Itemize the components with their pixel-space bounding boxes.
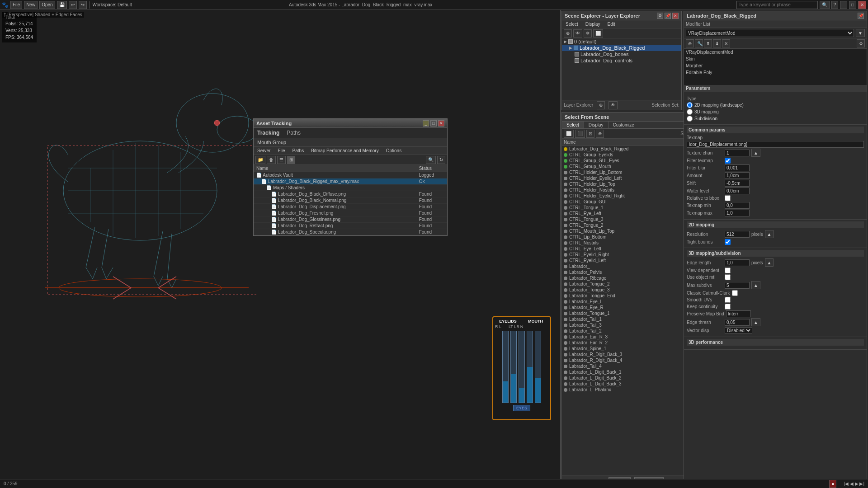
layer-controls[interactable]: Labrador_Dog_controls (562, 57, 681, 64)
smooth-uvs-checkbox[interactable] (725, 297, 731, 303)
close-btn[interactable]: ✕ (858, 1, 866, 9)
edge-thresh-input[interactable] (725, 319, 750, 326)
se-edit-menu[interactable]: Edit (606, 22, 617, 27)
shift-input[interactable] (725, 180, 750, 187)
texmap-input[interactable] (687, 141, 864, 148)
filter-texmap-checkbox[interactable] (725, 158, 731, 164)
water-level-input[interactable] (725, 188, 750, 194)
vector-disp-select[interactable]: Disabled Tangent Object (725, 327, 752, 334)
asset-name-cell[interactable]: 📄 Labrador_Dog_Black_Diffuse.png (254, 191, 416, 197)
help-btn[interactable]: ? (831, 1, 839, 9)
mod-stack-btn1[interactable]: ⊕ (686, 39, 694, 47)
mod-morpher[interactable]: Morpher (684, 62, 867, 69)
type-subdiv-radio[interactable] (687, 116, 693, 122)
tracking-titlebar[interactable]: Asset Tracking _ □ ✕ (254, 119, 447, 128)
save-btn[interactable]: 💾 (57, 1, 67, 9)
texture-chan-input[interactable] (725, 150, 750, 156)
amount-input[interactable] (725, 172, 750, 179)
classic-catmull-checkbox[interactable] (732, 290, 738, 296)
mod-stack-btn5[interactable]: ✕ (722, 39, 730, 47)
asset-name-cell[interactable]: 📄 Labrador_Dog_Specular.png (254, 229, 416, 235)
sfs-none-btn[interactable]: ⬛ (575, 130, 585, 138)
mod-config-btn[interactable]: ⚙ (857, 39, 865, 47)
sfs-all-btn[interactable]: ⬜ (564, 130, 574, 138)
se-filter-btn[interactable]: ⊕ (564, 29, 572, 38)
se-display-menu[interactable]: Display (584, 22, 602, 27)
at-delete-btn[interactable]: 🗑 (267, 156, 276, 164)
mod-stack-btn4[interactable]: ⬇ (713, 39, 721, 47)
max-subdivs-input[interactable] (725, 282, 750, 289)
new-btn[interactable]: New (24, 1, 38, 9)
mod-editable-poly[interactable]: Editable Poly (684, 69, 867, 76)
options-menu[interactable]: Options (384, 148, 403, 153)
preserve-map-input[interactable] (726, 310, 751, 317)
se-select-menu[interactable]: Select (564, 22, 580, 27)
tight-bounds-checkbox[interactable] (725, 239, 731, 245)
layer-labrador[interactable]: ▶ Labrador_Dog_Black_Rigged (562, 45, 681, 51)
redo-btn[interactable]: ↪ (79, 1, 87, 9)
texmap-max-input[interactable] (725, 210, 750, 216)
search-btn[interactable]: 🔍 (820, 1, 830, 9)
se-select-all-btn[interactable]: ⬜ (593, 29, 603, 38)
open-btn[interactable]: Open (39, 1, 55, 9)
asset-name-cell[interactable]: 📄 Labrador_Dog_Black_Rigged_max_vray.max (254, 178, 416, 185)
slider-lt[interactable] (519, 331, 525, 403)
asset-name-cell[interactable]: 📄 Labrador_Dog_Glossiness.png (254, 216, 416, 223)
tracking-restore[interactable]: □ (430, 120, 437, 127)
asset-name-cell[interactable]: 📄 Labrador_Dog_Fresnel.png (254, 210, 416, 216)
mod-stack-btn3[interactable]: ⬆ (704, 39, 712, 47)
server-menu[interactable]: Server (255, 148, 272, 153)
edge-length-input[interactable] (725, 259, 750, 266)
resolution-up[interactable]: ▲ (765, 230, 774, 238)
search-input[interactable] (736, 1, 818, 9)
resolution-input[interactable] (725, 231, 750, 238)
paths-menu[interactable]: Paths (291, 148, 306, 153)
asset-name-cell[interactable]: 📄 Maps / Shaders (254, 185, 416, 191)
texmap-min-input[interactable] (725, 202, 750, 209)
layer-default[interactable]: ▶ 0 (default) (562, 38, 681, 45)
tracking-minimize[interactable]: _ (423, 120, 429, 127)
status-animate-btn[interactable]: ● (829, 480, 836, 488)
type-3d-radio[interactable] (687, 109, 693, 115)
mod-stack-btn2[interactable]: 🔧 (695, 39, 703, 47)
slider-rl[interactable] (502, 331, 509, 403)
minimize-btn[interactable]: _ (840, 1, 847, 9)
se-close-btn[interactable]: ✕ (672, 13, 679, 19)
sfs-tab-display[interactable]: Display (584, 122, 609, 128)
sfs-tab-select[interactable]: Select (562, 122, 584, 128)
se-freeze-btn[interactable]: ❄ (584, 29, 592, 38)
asset-name-cell[interactable]: 📄 Autodesk Vault (254, 172, 416, 178)
at-list-btn[interactable]: ☰ (277, 156, 286, 164)
maximize-btn[interactable]: □ (849, 1, 856, 9)
modifier-dropdown[interactable]: VRayDisplacementMod (686, 29, 854, 37)
file-menu[interactable]: File (10, 1, 22, 9)
rel-bbox-checkbox[interactable] (725, 195, 731, 201)
sfs-filter-btn[interactable]: ⊕ (596, 130, 604, 138)
mod-skin[interactable]: Skin (684, 56, 867, 62)
slider-lr[interactable] (510, 331, 517, 403)
viewport[interactable]: Total Polys: 25,714 Verts: 25,333 FPS: 3… (0, 10, 561, 488)
slider-n[interactable] (535, 331, 541, 403)
sfs-tab-customize[interactable]: Customize (609, 122, 639, 128)
at-refresh-btn[interactable]: ↻ (437, 156, 445, 164)
type-2d-radio[interactable] (687, 102, 693, 108)
tracking-close[interactable]: ✕ (438, 120, 444, 127)
slider-lb[interactable] (527, 331, 533, 403)
use-obj-mtl-checkbox[interactable] (725, 274, 731, 280)
mod-vray-disp[interactable]: VRayDisplacementMod (684, 49, 867, 56)
file-menu-at[interactable]: File (276, 148, 287, 153)
props-pin-btn[interactable]: 📌 (858, 13, 864, 19)
max-subdivs-up[interactable]: ▲ (751, 281, 760, 289)
undo-btn[interactable]: ↩ (69, 1, 77, 9)
texture-chan-up[interactable]: ▲ (751, 149, 760, 157)
sfs-invert-btn[interactable]: ⊡ (586, 130, 594, 138)
se-hide-btn[interactable]: 👁 (573, 29, 582, 38)
at-search-btn[interactable]: 🔍 (426, 156, 436, 164)
at-folder-btn[interactable]: 📁 (255, 156, 265, 164)
bitmap-menu[interactable]: Bitmap Performance and Memory (309, 148, 381, 153)
view-dependent-checkbox[interactable] (725, 267, 731, 273)
edge-length-up[interactable]: ▲ (765, 258, 774, 267)
modifier-apply-btn[interactable]: ▼ (856, 29, 865, 37)
asset-name-cell[interactable]: 📄 Labrador_Dog_Displacement.png (254, 204, 416, 210)
asset-name-cell[interactable]: 📄 Labrador_Dog_Refract.png (254, 223, 416, 229)
